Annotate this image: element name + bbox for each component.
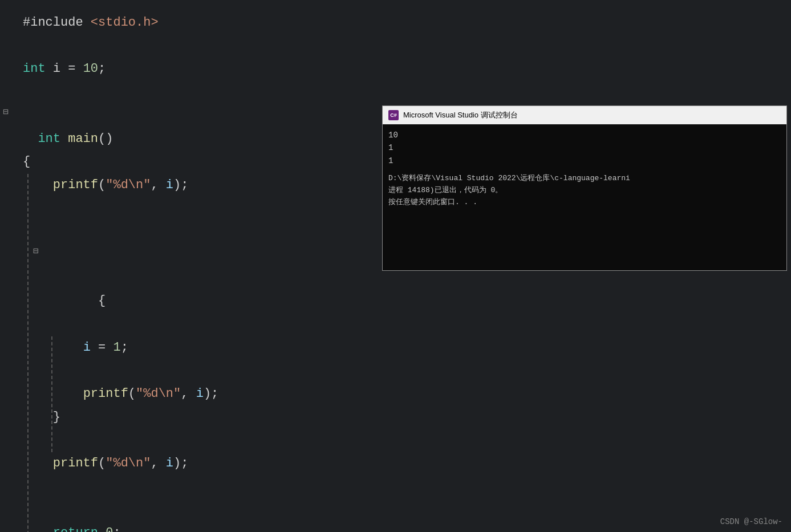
collapse-main-icon[interactable]: ⊟	[3, 104, 9, 121]
code-after-inner: printf("%d\n", i); return 0;	[23, 452, 780, 532]
code-inner-content: i = 1; printf("%d\n", i); }	[23, 336, 780, 452]
global-int-keyword: int	[23, 62, 46, 76]
console-titlebar[interactable]: C# Microsoft Visual Studio 调试控制台	[383, 106, 786, 124]
inner-block-guide	[51, 336, 52, 452]
console-path-line: D:\资料保存\Visual Studio 2022\远程仓库\c-langua…	[388, 173, 781, 185]
console-close-line: 按任意键关闭此窗口. . .	[388, 197, 781, 209]
console-empty-line	[388, 167, 781, 173]
console-output-line-1: 10	[388, 129, 781, 141]
main-int-keyword: int	[38, 131, 60, 145]
main-fn-name: main	[68, 131, 98, 145]
console-exit-line: 进程 14188)已退出，代码为 0。	[388, 185, 781, 197]
preprocessor-line: #include <stdio.h>	[23, 15, 159, 30]
console-output-line-2: 1	[388, 141, 781, 154]
collapse-inner-icon[interactable]: ⊟	[33, 243, 39, 261]
console-title: Microsoft Visual Studio 调试控制台	[403, 110, 518, 120]
inner-block: i = 1; printf("%d\n", i); }	[23, 336, 780, 452]
console-app-icon: C#	[388, 110, 399, 120]
watermark: CSDN @-SGlow-	[720, 517, 782, 526]
console-output-line-3: 1	[388, 155, 781, 167]
console-body: 10 1 1 D:\资料保存\Visual Studio 2022\远程仓库\c…	[383, 124, 786, 270]
console-window: C# Microsoft Visual Studio 调试控制台 10 1 1 …	[382, 105, 787, 271]
